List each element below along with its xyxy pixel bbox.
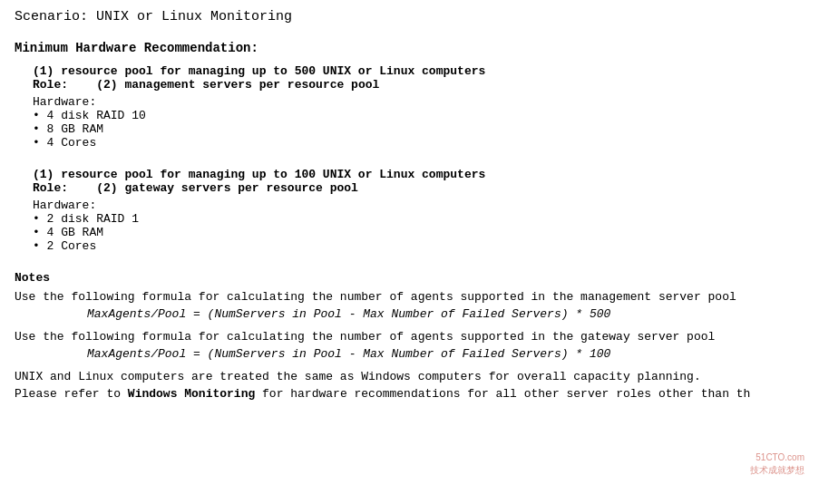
notes-line4-suffix: for hardware recommendations for all oth… (255, 387, 750, 401)
block1-role-label: Role: (33, 78, 68, 92)
watermark-line2: 技术成就梦想 (750, 464, 804, 477)
list-item: 2 Cores (33, 239, 804, 253)
block2-role-line1: (1) resource pool for managing up to 100… (33, 168, 804, 181)
block1-role-desc: (2) management servers per resource pool (96, 78, 379, 92)
list-item: 4 GB RAM (33, 226, 804, 239)
list-item: 4 Cores (33, 136, 804, 150)
block1-bullet-list: 4 disk RAID 10 8 GB RAM 4 Cores (33, 109, 804, 150)
block1-role-line1: (1) resource pool for managing up to 500… (33, 64, 804, 78)
section-title: Minimum Hardware Recommendation: (15, 41, 804, 55)
list-item: 8 GB RAM (33, 122, 804, 136)
notes-line4: Please refer to Windows Monitoring for h… (15, 387, 804, 401)
block2-role-line2: Role: (2) gateway servers per resource p… (33, 181, 804, 195)
notes-formula2: MaxAgents/Pool = (NumServers in Pool - M… (87, 347, 804, 361)
watermark-line1: 51CTO.com (750, 451, 804, 464)
notes-line4-bold: Windows Monitoring (128, 387, 255, 401)
block2-role-label: Role: (33, 181, 68, 195)
block2: (1) resource pool for managing up to 100… (33, 168, 804, 253)
block1: (1) resource pool for managing up to 500… (33, 64, 804, 150)
block2-hardware-label: Hardware: (33, 199, 804, 212)
notes-line1: Use the following formula for calculatin… (15, 290, 804, 304)
block1-hardware-label: Hardware: (33, 95, 804, 109)
list-item: 4 disk RAID 10 (33, 109, 804, 122)
list-item: 2 disk RAID 1 (33, 212, 804, 226)
page-title: Scenario: UNIX or Linux Monitoring (15, 9, 804, 24)
notes-section: Notes Use the following formula for calc… (15, 271, 804, 401)
block2-bullet-list: 2 disk RAID 1 4 GB RAM 2 Cores (33, 212, 804, 253)
notes-title: Notes (15, 271, 804, 285)
block1-role-line2: Role: (2) management servers per resourc… (33, 78, 804, 92)
watermark: 51CTO.com 技术成就梦想 (750, 451, 804, 477)
notes-line4-prefix: Please refer to (15, 387, 128, 401)
notes-line3: UNIX and Linux computers are treated the… (15, 370, 804, 383)
block2-role-desc: (2) gateway servers per resource pool (96, 181, 358, 195)
notes-line2: Use the following formula for calculatin… (15, 330, 804, 344)
notes-formula1: MaxAgents/Pool = (NumServers in Pool - M… (87, 307, 804, 321)
